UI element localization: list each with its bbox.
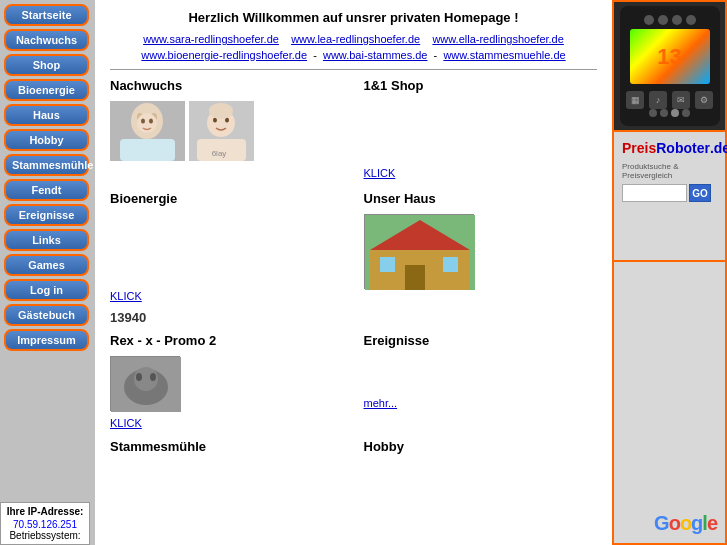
- preisroboter-go-button[interactable]: GO: [689, 184, 711, 202]
- phone-dots: [649, 109, 690, 117]
- google-e: e: [707, 512, 717, 534]
- baby-photo-1: [110, 101, 185, 161]
- lea-link[interactable]: www.lea-redlingshoefer.de: [291, 33, 420, 45]
- ella-link[interactable]: www.ella-redlingshoefer.de: [432, 33, 563, 45]
- divider-top: [110, 69, 597, 70]
- phone-icon-4: ⚙: [695, 91, 713, 109]
- sidebar: Startseite Nachwuchs Shop Bioenergie Hau…: [0, 0, 95, 545]
- preis-text-red: Preis: [622, 140, 656, 156]
- phone-screen: 13: [630, 29, 710, 84]
- google-g2: g: [691, 512, 702, 534]
- row-stammes-hobby: Stammesmühle Hobby: [110, 439, 597, 462]
- bioenergie-title: Bioenergie: [110, 191, 344, 206]
- ip-address-box: Ihre IP-Adresse: 70.59.126.251 Betriebss…: [0, 502, 90, 545]
- sidebar-item-stammesmuehle[interactable]: Stammesmühle: [4, 154, 89, 176]
- sidebar-item-games[interactable]: Games: [4, 254, 89, 276]
- bioenergie-klick-link[interactable]: KLICK: [110, 290, 344, 302]
- col-shop: 1&1 Shop KLICK: [364, 78, 598, 179]
- google-o2: o: [680, 512, 691, 534]
- page-title: Herzlich Willkommen auf unsrer privaten …: [110, 10, 597, 25]
- ip-title: Ihre IP-Adresse:: [4, 506, 86, 517]
- stammes-link[interactable]: www.stammesmuehle.de: [443, 49, 565, 61]
- links-row-2: www.bioenergie-redlingshoefer.de - www.b…: [110, 49, 597, 61]
- ip-value: 70.59.126.251: [4, 519, 86, 530]
- svg-rect-7: [120, 139, 175, 161]
- bio-link[interactable]: www.bioenergie-redlingshoefer.de: [141, 49, 307, 61]
- phone-icon-3: ✉: [672, 91, 690, 109]
- phone-icons: ▦ ♪ ✉ ⚙: [626, 91, 713, 109]
- house-image: [364, 214, 474, 289]
- phone-widget: 13 ▦ ♪ ✉ ⚙: [620, 6, 720, 126]
- right-panel-phone: 13 ▦ ♪ ✉ ⚙: [614, 2, 725, 132]
- phone-icon-1: ▦: [626, 91, 644, 109]
- hobby-title: Hobby: [364, 439, 598, 454]
- right-panel-google: Google: [614, 262, 725, 543]
- col-rex: Rex - x - Promo 2 KLICK: [110, 333, 354, 429]
- col-stammesmuehle: Stammesmühle: [110, 439, 354, 462]
- sidebar-item-haus[interactable]: Haus: [4, 104, 89, 126]
- sidebar-item-links[interactable]: Links: [4, 229, 89, 251]
- sidebar-item-hobby[interactable]: Hobby: [4, 129, 89, 151]
- rex-klick-link[interactable]: KLICK: [110, 417, 344, 429]
- google-g: G: [654, 512, 669, 534]
- svg-rect-20: [443, 257, 458, 272]
- col-hobby: Hobby: [364, 439, 598, 462]
- stammesmuehle-title: Stammesmühle: [110, 439, 344, 454]
- preis-text-suffix: .de: [710, 140, 727, 156]
- svg-point-24: [136, 373, 142, 381]
- bioenergie-space: [110, 214, 344, 284]
- svg-point-25: [150, 373, 156, 381]
- nachwuchs-title: Nachwuchs: [110, 78, 344, 93]
- svg-point-6: [149, 119, 153, 124]
- sidebar-item-nachwuchs[interactable]: Nachwuchs: [4, 29, 89, 51]
- sidebar-item-gaestebuch[interactable]: Gästebuch: [4, 304, 89, 326]
- haus-title: Unser Haus: [364, 191, 598, 206]
- preisroboter-logo: PreisRoboter.de: [622, 140, 727, 156]
- main-content: Herzlich Willkommen auf unsrer privaten …: [95, 0, 612, 545]
- preis-text-blue: Roboter: [656, 140, 710, 156]
- right-panel-preisroboter: PreisRoboter.de Produktsuche & Preisverg…: [614, 132, 725, 262]
- sidebar-item-ereignisse[interactable]: Ereignisse: [4, 204, 89, 226]
- sara-link[interactable]: www.sara-redlingshoefer.de: [143, 33, 279, 45]
- row-rex-ereignisse: Rex - x - Promo 2 KLICK Ereignisse mehr.…: [110, 333, 597, 429]
- visit-counter: 13940: [110, 310, 597, 325]
- row-bio-haus: Bioenergie KLICK Unser Haus: [110, 191, 597, 302]
- col-ereignisse: Ereignisse mehr...: [364, 333, 598, 429]
- baby-photo-2: 6lay: [189, 101, 254, 161]
- ereignisse-title: Ereignisse: [364, 333, 598, 348]
- sidebar-item-login[interactable]: Log in: [4, 279, 89, 301]
- nachwuchs-photos: 6lay: [110, 101, 344, 161]
- svg-point-5: [141, 119, 145, 124]
- row-nachwuchs-shop: Nachwuchs: [110, 78, 597, 179]
- sidebar-item-shop[interactable]: Shop: [4, 54, 89, 76]
- svg-point-12: [209, 103, 233, 119]
- col-nachwuchs: Nachwuchs: [110, 78, 354, 179]
- svg-text:6lay: 6lay: [212, 149, 227, 158]
- rex-image: [110, 356, 180, 411]
- shop-klick-link[interactable]: KLICK: [364, 167, 598, 179]
- ip-os-label: Betriebssystem:: [4, 530, 86, 541]
- sidebar-item-bioenergie[interactable]: Bioenergie: [4, 79, 89, 101]
- shop-title: 1&1 Shop: [364, 78, 598, 93]
- svg-rect-18: [405, 265, 425, 290]
- phone-icon-2: ♪: [649, 91, 667, 109]
- col-haus: Unser Haus: [364, 191, 598, 302]
- google-o1: o: [669, 512, 680, 534]
- col-bioenergie: Bioenergie KLICK: [110, 191, 354, 302]
- bai-link[interactable]: www.bai-stammes.de: [323, 49, 428, 61]
- sidebar-item-impressum[interactable]: Impressum: [4, 329, 89, 351]
- sidebar-item-startseite[interactable]: Startseite: [4, 4, 89, 26]
- preisroboter-subtitle: Produktsuche & Preisvergleich: [622, 162, 717, 180]
- preisroboter-search-input[interactable]: [622, 184, 687, 202]
- ereignisse-mehr-link[interactable]: mehr...: [364, 397, 398, 409]
- rex-title: Rex - x - Promo 2: [110, 333, 344, 348]
- preisroboter-search-row: GO: [622, 184, 711, 202]
- right-panel: 13 ▦ ♪ ✉ ⚙ PreisRoboter.de: [612, 0, 727, 545]
- google-logo: Google: [654, 512, 717, 535]
- svg-rect-19: [380, 257, 395, 272]
- links-row-1: www.sara-redlingshoefer.de www.lea-redli…: [110, 33, 597, 45]
- sidebar-item-fendt[interactable]: Fendt: [4, 179, 89, 201]
